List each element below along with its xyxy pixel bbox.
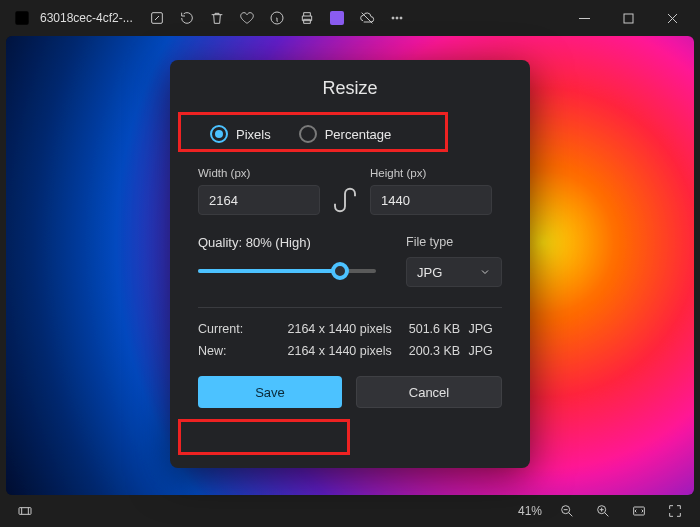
new-size: 200.3 KB [409, 344, 469, 358]
cancel-button[interactable]: Cancel [356, 376, 502, 408]
radio-pixels[interactable]: Pixels [210, 125, 271, 143]
current-dimensions: 2164 x 1440 pixels [288, 322, 409, 336]
zoom-level: 41% [518, 504, 542, 518]
filetype-select[interactable]: JPG [406, 257, 502, 287]
info-current-row: Current: 2164 x 1440 pixels 501.6 KB JPG [198, 322, 502, 336]
filetype-label: File type [406, 235, 502, 249]
print-icon[interactable] [293, 4, 321, 32]
new-dimensions: 2164 x 1440 pixels [288, 344, 409, 358]
titlebar: 63018cec-4cf2-... [0, 0, 700, 36]
info-icon[interactable] [263, 4, 291, 32]
delete-icon[interactable] [203, 4, 231, 32]
current-format: JPG [468, 322, 502, 336]
new-format: JPG [468, 344, 502, 358]
clipchamp-icon[interactable] [323, 4, 351, 32]
chevron-down-icon [479, 266, 491, 278]
quality-group: Quality: 80% (High) [198, 235, 376, 280]
file-name: 63018cec-4cf2-... [40, 11, 133, 25]
radio-pixels-label: Pixels [236, 127, 271, 142]
current-label: Current: [198, 322, 288, 336]
info-new-row: New: 2164 x 1440 pixels 200.3 KB JPG [198, 344, 502, 358]
zoom-out-icon[interactable] [552, 496, 582, 526]
width-field: Width (px) [198, 167, 320, 215]
units-radio-group: Pixels Percentage [198, 117, 502, 151]
filetype-value: JPG [417, 265, 442, 280]
zoom-in-icon[interactable] [588, 496, 618, 526]
cloud-off-icon[interactable] [353, 4, 381, 32]
current-size: 501.6 KB [409, 322, 469, 336]
minimize-button[interactable] [562, 2, 606, 34]
quality-slider[interactable] [198, 262, 376, 280]
width-label: Width (px) [198, 167, 320, 179]
height-field: Height (px) [370, 167, 492, 215]
dialog-buttons: Save Cancel [198, 376, 502, 408]
edit-icon[interactable] [143, 4, 171, 32]
new-label: New: [198, 344, 288, 358]
svg-rect-6 [624, 14, 633, 23]
quality-label: Quality: 80% (High) [198, 235, 376, 250]
photos-app-window: 63018cec-4cf2-... 41% Resize [0, 0, 700, 527]
height-input[interactable] [370, 185, 492, 215]
svg-rect-0 [15, 11, 28, 24]
fit-icon[interactable] [624, 496, 654, 526]
more-icon[interactable] [383, 4, 411, 32]
radio-dot-icon [299, 125, 317, 143]
divider [198, 307, 502, 308]
svg-rect-7 [19, 508, 31, 515]
svg-point-4 [396, 17, 398, 19]
filetype-group: File type JPG [406, 235, 502, 287]
resize-dialog: Resize Pixels Percentage Width (px) Heig… [170, 60, 530, 468]
radio-dot-icon [210, 125, 228, 143]
dialog-title: Resize [198, 78, 502, 99]
toolbar [143, 4, 411, 32]
statusbar: 41% [0, 495, 700, 527]
favorite-icon[interactable] [233, 4, 261, 32]
aspect-lock-icon[interactable] [330, 185, 360, 215]
svg-point-3 [392, 17, 394, 19]
rotate-icon[interactable] [173, 4, 201, 32]
save-button[interactable]: Save [198, 376, 342, 408]
height-label: Height (px) [370, 167, 492, 179]
app-icon [12, 8, 32, 28]
svg-point-5 [400, 17, 402, 19]
maximize-button[interactable] [606, 2, 650, 34]
close-button[interactable] [650, 2, 694, 34]
dimension-fields: Width (px) Height (px) [198, 167, 502, 215]
radio-percentage-label: Percentage [325, 127, 392, 142]
radio-percentage[interactable]: Percentage [299, 125, 392, 143]
fullscreen-icon[interactable] [660, 496, 690, 526]
width-input[interactable] [198, 185, 320, 215]
filmstrip-icon[interactable] [10, 496, 40, 526]
